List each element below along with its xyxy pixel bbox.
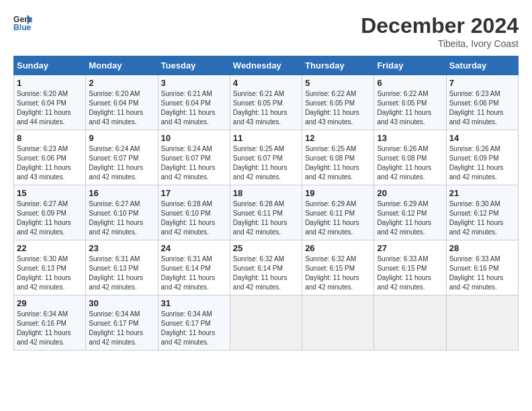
- day-info: Sunrise: 6:31 AM Sunset: 6:13 PM Dayligh…: [89, 255, 154, 292]
- day-info: Sunrise: 6:34 AM Sunset: 6:17 PM Dayligh…: [89, 310, 154, 347]
- day-number: 3: [161, 78, 227, 88]
- day-number: 17: [161, 188, 227, 198]
- day-number: 15: [17, 188, 83, 198]
- calendar-day-cell: 29Sunrise: 6:34 AM Sunset: 6:16 PM Dayli…: [14, 295, 86, 351]
- day-info: Sunrise: 6:33 AM Sunset: 6:15 PM Dayligh…: [377, 255, 443, 292]
- day-number: 27: [377, 243, 443, 253]
- calendar-day-cell: 3Sunrise: 6:21 AM Sunset: 6:04 PM Daylig…: [158, 75, 230, 130]
- calendar-day-cell: 22Sunrise: 6:30 AM Sunset: 6:13 PM Dayli…: [14, 240, 86, 295]
- calendar-day-cell: 24Sunrise: 6:31 AM Sunset: 6:14 PM Dayli…: [158, 240, 230, 295]
- calendar-day-cell: 21Sunrise: 6:30 AM Sunset: 6:12 PM Dayli…: [446, 185, 518, 240]
- calendar-body: 1Sunrise: 6:20 AM Sunset: 6:04 PM Daylig…: [14, 75, 519, 351]
- day-info: Sunrise: 6:26 AM Sunset: 6:09 PM Dayligh…: [449, 144, 515, 182]
- calendar-header-cell: Sunday: [14, 56, 86, 75]
- day-number: 31: [161, 298, 227, 308]
- day-number: 6: [377, 78, 443, 88]
- day-info: Sunrise: 6:23 AM Sunset: 6:06 PM Dayligh…: [449, 89, 515, 127]
- day-info: Sunrise: 6:29 AM Sunset: 6:11 PM Dayligh…: [305, 199, 371, 237]
- day-number: 9: [89, 133, 154, 143]
- calendar-day-cell: 7Sunrise: 6:23 AM Sunset: 6:06 PM Daylig…: [446, 75, 518, 130]
- calendar-day-cell: [374, 295, 446, 351]
- title-block: December 2024 Tibeita, Ivory Coast: [361, 13, 519, 49]
- calendar-header-row: SundayMondayTuesdayWednesdayThursdayFrid…: [14, 56, 519, 75]
- day-info: Sunrise: 6:26 AM Sunset: 6:08 PM Dayligh…: [377, 144, 443, 182]
- day-info: Sunrise: 6:25 AM Sunset: 6:08 PM Dayligh…: [305, 144, 371, 182]
- calendar-header-cell: Friday: [374, 56, 446, 75]
- calendar-day-cell: [446, 295, 518, 351]
- calendar-day-cell: 30Sunrise: 6:34 AM Sunset: 6:17 PM Dayli…: [86, 295, 158, 351]
- day-number: 28: [449, 243, 515, 253]
- day-info: Sunrise: 6:29 AM Sunset: 6:12 PM Dayligh…: [377, 199, 443, 237]
- day-info: Sunrise: 6:34 AM Sunset: 6:17 PM Dayligh…: [161, 310, 227, 347]
- day-info: Sunrise: 6:27 AM Sunset: 6:09 PM Dayligh…: [17, 199, 83, 237]
- day-number: 22: [17, 243, 83, 253]
- day-info: Sunrise: 6:32 AM Sunset: 6:14 PM Dayligh…: [233, 255, 299, 292]
- day-number: 30: [89, 298, 154, 308]
- day-info: Sunrise: 6:27 AM Sunset: 6:10 PM Dayligh…: [89, 199, 154, 237]
- day-info: Sunrise: 6:24 AM Sunset: 6:07 PM Dayligh…: [161, 144, 227, 182]
- day-info: Sunrise: 6:23 AM Sunset: 6:06 PM Dayligh…: [17, 144, 83, 182]
- day-number: 12: [305, 133, 371, 143]
- calendar-day-cell: [302, 295, 374, 351]
- page-header: General Blue December 2024 Tibeita, Ivor…: [13, 13, 519, 49]
- day-info: Sunrise: 6:20 AM Sunset: 6:04 PM Dayligh…: [89, 89, 154, 127]
- calendar-day-cell: 4Sunrise: 6:21 AM Sunset: 6:05 PM Daylig…: [230, 75, 302, 130]
- calendar-header-cell: Wednesday: [230, 56, 302, 75]
- calendar-week-row: 1Sunrise: 6:20 AM Sunset: 6:04 PM Daylig…: [14, 75, 519, 130]
- logo-icon: General Blue: [13, 13, 32, 32]
- calendar-day-cell: 20Sunrise: 6:29 AM Sunset: 6:12 PM Dayli…: [374, 185, 446, 240]
- day-number: 2: [89, 78, 154, 88]
- calendar-day-cell: 2Sunrise: 6:20 AM Sunset: 6:04 PM Daylig…: [86, 75, 158, 130]
- calendar-day-cell: 17Sunrise: 6:28 AM Sunset: 6:10 PM Dayli…: [158, 185, 230, 240]
- calendar-day-cell: 5Sunrise: 6:22 AM Sunset: 6:05 PM Daylig…: [302, 75, 374, 130]
- calendar-day-cell: 15Sunrise: 6:27 AM Sunset: 6:09 PM Dayli…: [14, 185, 86, 240]
- day-number: 26: [305, 243, 371, 253]
- calendar-header-cell: Monday: [86, 56, 158, 75]
- day-number: 29: [17, 298, 83, 308]
- calendar-day-cell: 26Sunrise: 6:32 AM Sunset: 6:15 PM Dayli…: [302, 240, 374, 295]
- calendar-day-cell: 11Sunrise: 6:25 AM Sunset: 6:07 PM Dayli…: [230, 130, 302, 185]
- calendar-day-cell: [230, 295, 302, 351]
- day-number: 25: [233, 243, 299, 253]
- calendar-day-cell: 19Sunrise: 6:29 AM Sunset: 6:11 PM Dayli…: [302, 185, 374, 240]
- day-info: Sunrise: 6:28 AM Sunset: 6:10 PM Dayligh…: [161, 199, 227, 237]
- day-info: Sunrise: 6:24 AM Sunset: 6:07 PM Dayligh…: [89, 144, 154, 182]
- calendar-day-cell: 13Sunrise: 6:26 AM Sunset: 6:08 PM Dayli…: [374, 130, 446, 185]
- calendar-week-row: 22Sunrise: 6:30 AM Sunset: 6:13 PM Dayli…: [14, 240, 519, 295]
- day-number: 21: [449, 188, 515, 198]
- calendar-day-cell: 23Sunrise: 6:31 AM Sunset: 6:13 PM Dayli…: [86, 240, 158, 295]
- calendar-day-cell: 6Sunrise: 6:22 AM Sunset: 6:05 PM Daylig…: [374, 75, 446, 130]
- day-info: Sunrise: 6:21 AM Sunset: 6:04 PM Dayligh…: [161, 89, 227, 127]
- calendar-day-cell: 14Sunrise: 6:26 AM Sunset: 6:09 PM Dayli…: [446, 130, 518, 185]
- day-info: Sunrise: 6:25 AM Sunset: 6:07 PM Dayligh…: [233, 144, 299, 182]
- calendar-day-cell: 8Sunrise: 6:23 AM Sunset: 6:06 PM Daylig…: [14, 130, 86, 185]
- day-info: Sunrise: 6:30 AM Sunset: 6:12 PM Dayligh…: [449, 199, 515, 237]
- calendar-day-cell: 9Sunrise: 6:24 AM Sunset: 6:07 PM Daylig…: [86, 130, 158, 185]
- month-year-title: December 2024: [361, 13, 519, 38]
- svg-text:Blue: Blue: [13, 23, 32, 32]
- calendar-day-cell: 28Sunrise: 6:33 AM Sunset: 6:16 PM Dayli…: [446, 240, 518, 295]
- day-number: 10: [161, 133, 227, 143]
- day-number: 18: [233, 188, 299, 198]
- day-info: Sunrise: 6:33 AM Sunset: 6:16 PM Dayligh…: [449, 255, 515, 292]
- calendar-week-row: 29Sunrise: 6:34 AM Sunset: 6:16 PM Dayli…: [14, 295, 519, 351]
- day-number: 1: [17, 78, 83, 88]
- day-info: Sunrise: 6:30 AM Sunset: 6:13 PM Dayligh…: [17, 255, 83, 292]
- day-number: 13: [377, 133, 443, 143]
- calendar-day-cell: 16Sunrise: 6:27 AM Sunset: 6:10 PM Dayli…: [86, 185, 158, 240]
- calendar-header-cell: Saturday: [446, 56, 518, 75]
- day-info: Sunrise: 6:20 AM Sunset: 6:04 PM Dayligh…: [17, 89, 83, 127]
- calendar-day-cell: 27Sunrise: 6:33 AM Sunset: 6:15 PM Dayli…: [374, 240, 446, 295]
- calendar-header-cell: Thursday: [302, 56, 374, 75]
- logo: General Blue: [13, 13, 32, 32]
- day-number: 5: [305, 78, 371, 88]
- day-info: Sunrise: 6:31 AM Sunset: 6:14 PM Dayligh…: [161, 255, 227, 292]
- day-number: 19: [305, 188, 371, 198]
- calendar-table: SundayMondayTuesdayWednesdayThursdayFrid…: [13, 56, 519, 351]
- calendar-week-row: 15Sunrise: 6:27 AM Sunset: 6:09 PM Dayli…: [14, 185, 519, 240]
- calendar-day-cell: 31Sunrise: 6:34 AM Sunset: 6:17 PM Dayli…: [158, 295, 230, 351]
- day-number: 7: [449, 78, 515, 88]
- calendar-day-cell: 10Sunrise: 6:24 AM Sunset: 6:07 PM Dayli…: [158, 130, 230, 185]
- day-number: 4: [233, 78, 299, 88]
- location-subtitle: Tibeita, Ivory Coast: [361, 38, 519, 49]
